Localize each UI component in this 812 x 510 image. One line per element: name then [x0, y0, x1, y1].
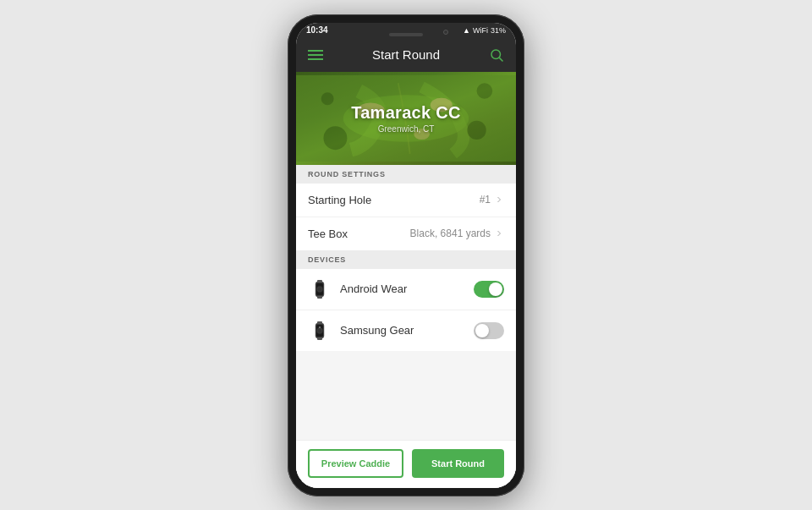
start-round-button[interactable]: Start Round — [412, 449, 504, 478]
svg-point-7 — [324, 126, 348, 150]
svg-point-0 — [491, 50, 501, 59]
samsung-gear-toggle[interactable] — [474, 322, 504, 339]
svg-point-10 — [321, 92, 334, 105]
status-icons: ▲ WiFi 31% — [463, 26, 506, 35]
svg-line-1 — [499, 58, 502, 61]
svg-point-23 — [319, 326, 321, 328]
status-time: 10:34 — [306, 25, 328, 35]
android-wear-name: Android Wear — [340, 282, 465, 295]
scroll-area: ROUND SETTINGS Starting Hole #1 Tee Box … — [296, 165, 516, 488]
course-name: Tamarack CC — [351, 103, 461, 123]
chevron-right-icon-2 — [494, 228, 504, 239]
devices-header: DEVICES — [296, 250, 516, 269]
bottom-buttons: Preview Caddie Start Round — [296, 440, 516, 488]
samsung-gear-watch-icon — [308, 319, 332, 343]
course-location: Greenwich, CT — [378, 124, 435, 134]
android-wear-toggle[interactable] — [474, 281, 504, 298]
phone-speaker — [389, 33, 423, 36]
svg-point-22 — [317, 328, 322, 333]
android-wear-toggle-thumb — [489, 282, 502, 296]
phone-camera — [443, 30, 448, 35]
phone-screen: 10:34 ▲ WiFi 31% Start Round — [296, 23, 516, 488]
hamburger-line-3 — [308, 58, 323, 60]
chevron-right-icon — [494, 195, 504, 205]
app-toolbar: Start Round — [296, 38, 516, 72]
round-settings-header: ROUND SETTINGS — [296, 165, 516, 184]
svg-rect-18 — [317, 321, 322, 324]
starting-hole-value-group: #1 — [480, 194, 504, 206]
tee-box-row[interactable]: Tee Box Black, 6841 yards — [296, 217, 516, 250]
starting-hole-row[interactable]: Starting Hole #1 — [296, 184, 516, 217]
hamburger-line-1 — [308, 50, 323, 52]
devices-card: Android Wear — [296, 269, 516, 351]
phone-frame: 10:34 ▲ WiFi 31% Start Round — [288, 14, 524, 496]
svg-point-8 — [467, 120, 486, 139]
round-settings-card: Starting Hole #1 Tee Box Black, 6841 yar… — [296, 184, 516, 250]
status-signal: ▲ — [463, 26, 470, 35]
course-banner: Tamarack CC Greenwich, CT — [296, 72, 516, 165]
samsung-gear-toggle-thumb — [475, 324, 489, 337]
starting-hole-label: Starting Hole — [308, 194, 371, 206]
tee-box-label: Tee Box — [308, 228, 348, 240]
svg-rect-12 — [317, 280, 322, 282]
samsung-gear-name: Samsung Gear — [340, 324, 465, 337]
menu-button[interactable] — [308, 50, 323, 60]
svg-rect-19 — [317, 337, 322, 340]
android-wear-row: Android Wear — [296, 269, 516, 310]
starting-hole-value: #1 — [480, 194, 491, 206]
hamburger-line-2 — [308, 54, 323, 56]
preview-caddie-button[interactable]: Preview Caddie — [308, 449, 403, 478]
search-icon[interactable] — [489, 47, 504, 63]
svg-point-9 — [477, 83, 493, 99]
status-battery: 31% — [491, 26, 506, 35]
toolbar-title: Start Round — [372, 47, 440, 62]
svg-point-16 — [317, 287, 322, 292]
tee-box-value: Black, 6841 yards — [410, 228, 491, 239]
spacer — [296, 351, 516, 440]
samsung-gear-row: Samsung Gear — [296, 310, 516, 351]
svg-rect-13 — [317, 296, 322, 299]
tee-box-value-group: Black, 6841 yards — [410, 228, 504, 239]
android-wear-watch-icon — [308, 277, 332, 301]
android-wear-toggle-track — [474, 281, 504, 298]
samsung-gear-toggle-track — [474, 322, 504, 339]
status-wifi: WiFi — [473, 26, 488, 35]
